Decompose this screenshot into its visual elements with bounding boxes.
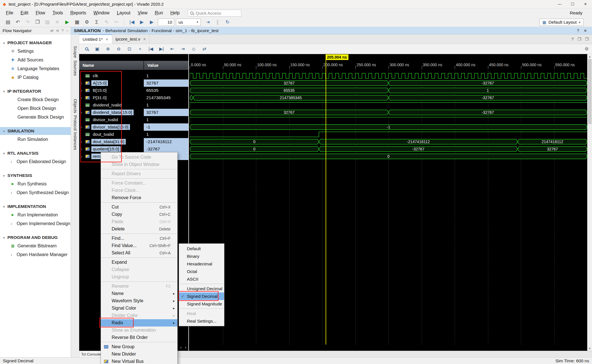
layout-select[interactable]: ▦ Default Layout ▾	[539, 19, 584, 26]
flow-item-open-implemented-design[interactable]: ›Open Implemented Design	[0, 219, 71, 228]
context-item-find-value[interactable]: Find Value...Ctrl+Shift+F	[101, 242, 177, 249]
minimize-button[interactable]: —	[553, 0, 566, 8]
context-item-select-all[interactable]: Select AllCtrl+A	[101, 249, 177, 257]
zoom-to-cursor-icon[interactable]: +	[136, 45, 144, 53]
waveform-row[interactable]	[190, 131, 587, 138]
side-tab-sources[interactable]: Sources	[73, 60, 78, 76]
flow-section-header-simulation[interactable]: ∨SIMULATION	[0, 127, 71, 135]
zoom-out-icon[interactable]: ⊖	[115, 45, 123, 53]
name-column-header[interactable]: Name	[79, 61, 143, 70]
radix-item-real-settings[interactable]: Real Settings...	[179, 317, 224, 325]
flow-item-run-synthesis[interactable]: ▶Run Synthesis	[0, 179, 71, 188]
report-icon[interactable]: ▦	[72, 18, 81, 26]
waveform-row[interactable]: -1	[190, 123, 587, 131]
flow-item-run-implementation[interactable]: ▶Run Implementation	[0, 210, 71, 219]
signal-name-row[interactable]: ›B[15:0]	[79, 87, 143, 94]
close-button[interactable]: ✕	[579, 0, 592, 8]
previous-transition-icon[interactable]: ⇤	[168, 45, 176, 53]
context-item-delete[interactable]: DeleteDelete	[101, 225, 177, 233]
context-item-waveform-style[interactable]: Waveform Style▸	[101, 297, 177, 305]
expand-arrow-icon[interactable]: ›	[81, 110, 84, 115]
wave-tab-untitled-1[interactable]: Untitled 1*✕	[79, 34, 112, 44]
menu-help[interactable]: Help	[167, 9, 183, 17]
waveform-row[interactable]: 0-21474181122147418112	[190, 138, 587, 145]
menu-tools[interactable]: Tools	[49, 9, 67, 17]
menu-run[interactable]: Run	[151, 9, 167, 17]
maximize-button[interactable]: ☐	[566, 0, 579, 8]
flow-section-header-program-and-debug[interactable]: ∨PROGRAM AND DEBUG	[0, 234, 71, 241]
flow-section-header-rtl-analysis[interactable]: ∨RTL ANALYSIS	[0, 149, 71, 157]
signal-name-row[interactable]: ›quotient[15:0]	[79, 145, 143, 153]
flow-item-run-simulation[interactable]: Run Simulation	[0, 135, 71, 144]
side-tab-scope[interactable]: Scope	[73, 46, 78, 58]
waveform-row[interactable]: 655351	[190, 87, 587, 94]
waveform-row[interactable]: 0-3276732767	[190, 145, 587, 153]
step-icon[interactable]: ⇥	[203, 18, 212, 26]
expand-arrow-icon[interactable]: ›	[81, 125, 84, 129]
radix-item-default[interactable]: Default	[179, 245, 224, 252]
waveform-row[interactable]: 32767-32767	[190, 109, 587, 116]
quick-access-search[interactable]: Quick Access	[188, 10, 241, 17]
minimize-panel-icon[interactable]: –	[66, 28, 68, 33]
go-to-time-0-icon[interactable]: |◀	[147, 45, 155, 53]
sum-icon[interactable]: Σ	[92, 18, 101, 26]
flow-item-open-elaborated-design[interactable]: ›Open Elaborated Design	[0, 157, 71, 166]
swap-icon[interactable]: ⇄	[50, 28, 54, 33]
find-icon[interactable]	[83, 45, 90, 53]
waveform-row[interactable]	[190, 72, 587, 79]
waveform-row[interactable]	[190, 101, 587, 109]
tab-tcl-console[interactable]: Tcl Console	[79, 351, 101, 358]
signal-name-row[interactable]: ›A[15:0]	[79, 79, 143, 87]
time-unit-select[interactable]: us ▾	[176, 19, 201, 26]
menu-flow[interactable]: Flow	[32, 9, 49, 17]
close-tab-icon[interactable]: ✕	[106, 37, 109, 41]
waveform-row[interactable]: 2147385345-32767	[190, 94, 587, 101]
scrollbar-thumb[interactable]	[588, 59, 591, 124]
signal-name-row[interactable]: ›dividend_tdata[15:0]	[79, 109, 143, 116]
expand-arrow-icon[interactable]: ›	[81, 154, 84, 159]
context-item-find[interactable]: Find...Ctrl+F	[101, 235, 177, 242]
context-item-copy[interactable]: CopyCtrl+C	[101, 211, 177, 218]
scroll-down-icon[interactable]: ▼	[587, 346, 592, 351]
close-tab-icon[interactable]: ✕	[143, 37, 146, 41]
context-item-new-virtual-bus[interactable]: New Virtual Bus	[101, 358, 177, 364]
value-column-header[interactable]: Value	[144, 61, 188, 70]
radix-item-signed-magnitude[interactable]: Signed Magnitude	[179, 300, 224, 308]
run-all-icon[interactable]: ▶	[137, 18, 146, 26]
flow-item-open-synthesized-design[interactable]: ›Open Synthesized Design	[0, 188, 71, 197]
collapse-icon[interactable]: ⊖	[56, 28, 59, 33]
signal-name-row[interactable]: ›clk	[79, 72, 143, 79]
flow-item-create-block-design[interactable]: Create Block Design	[0, 95, 71, 104]
flow-section-header-project-manager[interactable]: ∨PROJECT MANAGER	[0, 39, 71, 47]
radix-item-unsigned-decimal[interactable]: Unsigned Decimal	[179, 285, 224, 292]
help-icon[interactable]: ?	[62, 28, 64, 33]
undo-icon[interactable]: ↶	[13, 18, 22, 26]
menu-layout[interactable]: Layout	[113, 9, 134, 17]
waveform-row[interactable]: 32767-32767	[190, 79, 587, 87]
menu-file[interactable]: File	[2, 9, 17, 17]
flow-item-open-block-design[interactable]: Open Block Design	[0, 104, 71, 113]
restart-simulation-icon[interactable]: |◀	[127, 18, 136, 26]
signal-name-row[interactable]: ›divisor_tvalid	[79, 116, 143, 123]
context-item-remove-force[interactable]: Remove Force	[101, 194, 177, 201]
splitter-collapse-arrows[interactable]: ›‹	[180, 345, 186, 350]
context-item-signal-color[interactable]: Signal Color▸	[101, 305, 177, 312]
waveform-cursor[interactable]	[326, 60, 326, 345]
flow-item-language-templates[interactable]: ≣Language Templates	[0, 64, 71, 73]
zoom-in-icon[interactable]: ⊕	[104, 45, 112, 53]
flow-item-ip-catalog[interactable]: ◆IP Catalog	[0, 73, 71, 82]
swap-cursors-icon[interactable]: ⇄	[200, 45, 208, 53]
help-icon[interactable]: ?	[577, 28, 579, 33]
waveform-row[interactable]: 0	[190, 153, 587, 160]
flow-section-header-implementation[interactable]: ∨IMPLEMENTATION	[0, 203, 71, 210]
run-for-time-icon[interactable]: ▶	[147, 18, 156, 26]
expand-right-icon[interactable]: ›	[180, 345, 182, 350]
wave-tab-ipcore-test-v[interactable]: ipcore_test.v✕	[112, 34, 150, 44]
radix-item-octal[interactable]: Octal	[179, 268, 224, 275]
zoom-fit-icon[interactable]: ⊡	[125, 45, 133, 53]
expand-arrow-icon[interactable]: ›	[81, 88, 84, 93]
open-project-icon[interactable]: ▤	[3, 18, 12, 26]
flow-item-generate-block-design[interactable]: Generate Block Design	[0, 113, 71, 121]
waveform-row[interactable]	[190, 116, 587, 123]
scroll-up-icon[interactable]: ▲	[587, 54, 592, 59]
